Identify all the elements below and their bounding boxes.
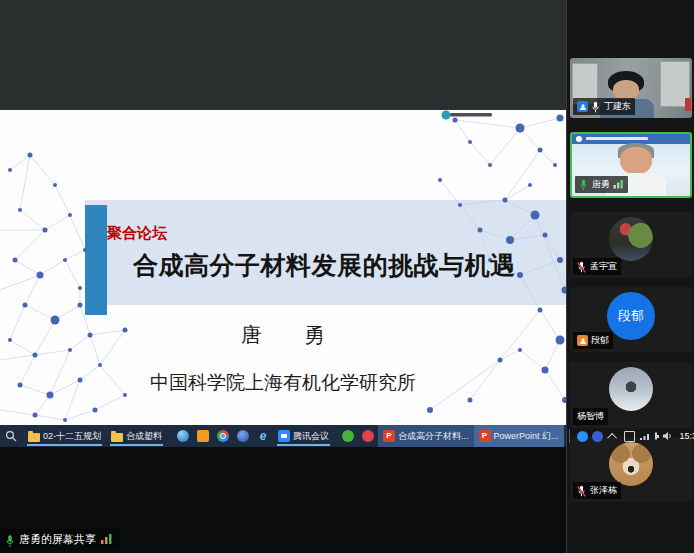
search-icon[interactable]	[5, 430, 17, 442]
participant-tile-5[interactable]: 杨智博	[570, 362, 692, 428]
avatar-image	[609, 217, 653, 261]
screen-share-status: 唐勇的屏幕共享	[0, 529, 121, 550]
participant-name: 唐勇	[592, 178, 610, 191]
presentation-slide: 聚合论坛 合成高分子材料发展的挑战与机遇 唐 勇 中国科学院上海有机化学研究所	[0, 110, 566, 425]
network-icon[interactable]	[639, 430, 651, 442]
avatar-image	[609, 367, 653, 411]
teal-dot-decoration	[442, 111, 451, 120]
red-app-icon[interactable]	[362, 430, 374, 442]
gray-line-decoration	[450, 113, 492, 117]
member-badge-icon	[577, 335, 588, 346]
share-label: 唐勇的屏幕共享	[19, 532, 96, 547]
taskbar-button-ppt-slideshow[interactable]: PowerPoint 幻...	[474, 425, 564, 447]
participant-name-tag: 段郁	[573, 332, 613, 349]
participant-name-tag: 唐勇	[575, 176, 628, 193]
video-detail	[586, 137, 648, 140]
folder-icon	[28, 433, 40, 442]
forum-tag: 聚合论坛	[107, 224, 167, 243]
video-detail	[620, 147, 652, 174]
volume-bars-icon	[613, 179, 624, 191]
avatar-image	[609, 442, 653, 486]
letterbox-top	[0, 0, 566, 110]
mic-on-icon	[5, 534, 15, 546]
taskbar-button-folder-1[interactable]: 02-十二五规划	[23, 425, 106, 447]
institute-logo	[576, 136, 582, 142]
taskbar-button-label: PowerPoint 幻...	[494, 430, 559, 443]
tray-contact-icon[interactable]	[592, 431, 603, 442]
video-detail	[613, 80, 639, 100]
participant-name-tag: 张泽栋	[573, 482, 621, 499]
meeting-app-icon	[278, 430, 290, 442]
participant-name-tag: 孟宇宣	[573, 258, 621, 275]
blue-app-icon[interactable]	[237, 430, 249, 442]
mic-speaking-icon	[579, 179, 589, 191]
tray-chat-icon[interactable]	[577, 431, 588, 442]
participant-tile-1[interactable]: 丁建东	[570, 58, 692, 118]
taskbar-button-meeting[interactable]: 腾讯会议	[273, 425, 334, 447]
avatar-initials: 段郁	[607, 292, 655, 340]
mic-muted-icon	[577, 485, 587, 497]
powerpoint-icon	[479, 430, 491, 442]
taskbar-button-label: 合成高分子材料...	[398, 430, 469, 443]
participant-name: 张泽栋	[590, 484, 617, 497]
battery-icon[interactable]	[655, 432, 657, 440]
taskbar-button-label: 02-十二五规划	[43, 430, 101, 443]
participant-name-tag: 杨智博	[573, 408, 608, 425]
participant-tile-6[interactable]: 张泽栋	[570, 437, 692, 502]
meeting-window: 聚合论坛 合成高分子材料发展的挑战与机遇 唐 勇 中国科学院上海有机化学研究所 …	[0, 0, 694, 553]
taskbar-button-label: 合成塑料	[126, 430, 162, 443]
signal-bars-icon	[100, 533, 113, 546]
participant-name-tag: 丁建东	[573, 98, 635, 115]
slide-title: 合成高分子材料发展的挑战与机遇	[133, 249, 516, 282]
taskbar-clock[interactable]: 15:35	[680, 431, 694, 441]
participant-name: 丁建东	[604, 100, 631, 113]
shared-screen-area: 聚合论坛 合成高分子材料发展的挑战与机遇 唐 勇 中国科学院上海有机化学研究所 …	[0, 0, 566, 553]
avatar-text: 段郁	[618, 307, 644, 325]
speaker-name: 唐 勇	[0, 321, 566, 349]
participant-tile-4[interactable]: 段郁 段郁	[570, 287, 692, 352]
participant-name: 杨智博	[577, 410, 604, 423]
browser-sphere-icon[interactable]	[177, 430, 189, 442]
participant-name: 孟宇宣	[590, 260, 617, 273]
powerpoint-icon	[383, 430, 395, 442]
mic-muted-icon	[577, 261, 587, 273]
participant-name: 段郁	[591, 334, 609, 347]
internet-explorer-icon[interactable]	[257, 430, 269, 442]
wechat-icon[interactable]	[342, 430, 354, 442]
chrome-icon[interactable]	[217, 430, 229, 442]
participant-tile-3[interactable]: 孟宇宣	[570, 212, 692, 278]
folder-icon	[111, 433, 123, 442]
participants-sidebar[interactable]: 丁建东 唐勇	[566, 0, 694, 553]
ime-indicator-icon[interactable]	[624, 431, 635, 442]
taskbar-button-label: 腾讯会议	[293, 430, 329, 443]
video-detail	[685, 98, 691, 111]
taskbar-separator	[569, 429, 570, 443]
speaker-affiliation: 中国科学院上海有机化学研究所	[0, 370, 566, 396]
taskbar-button-ppt-file[interactable]: 合成高分子材料...	[378, 425, 474, 447]
orange-app-icon[interactable]	[197, 430, 209, 442]
taskbar-button-folder-2[interactable]: 合成塑料	[106, 425, 167, 447]
participant-tile-2[interactable]: 唐勇	[570, 132, 692, 198]
mic-on-icon	[591, 101, 601, 113]
speaker-icon[interactable]	[661, 430, 673, 442]
member-badge-icon	[577, 101, 588, 112]
shared-screen-taskbar: 02-十二五规划 合成塑料 腾讯会议 合成高分子材料...	[0, 425, 566, 447]
